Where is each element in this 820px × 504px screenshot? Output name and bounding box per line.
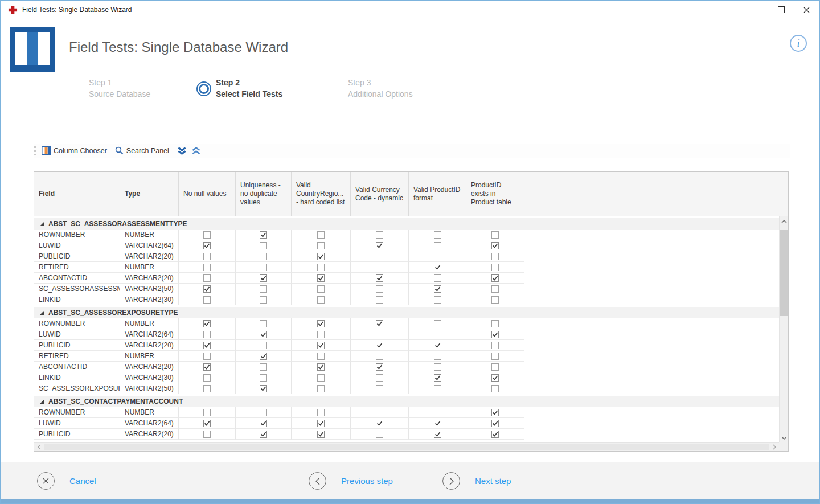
checkbox-unchecked[interactable]: [203, 296, 211, 304]
column-header[interactable]: Type: [120, 172, 179, 216]
previous-step-button[interactable]: Previous step: [309, 472, 393, 490]
horizontal-scroll-thumb[interactable]: [44, 444, 769, 450]
checkbox-checked[interactable]: [317, 342, 325, 349]
checkbox-checked[interactable]: [317, 431, 325, 438]
group-expand-icon[interactable]: [39, 399, 44, 404]
checkbox-unchecked[interactable]: [260, 242, 267, 249]
checkbox-unchecked[interactable]: [434, 231, 441, 239]
table-row[interactable]: PUBLICIDVARCHAR2(20): [34, 340, 779, 351]
checkbox-checked[interactable]: [260, 231, 267, 239]
checkbox-unchecked[interactable]: [376, 264, 383, 271]
checkbox-checked[interactable]: [317, 253, 325, 260]
checkbox-unchecked[interactable]: [260, 409, 267, 416]
checkbox-unchecked[interactable]: [491, 296, 499, 304]
column-header[interactable]: No null values: [179, 172, 236, 216]
checkbox-unchecked[interactable]: [376, 353, 383, 360]
checkbox-unchecked[interactable]: [434, 274, 441, 282]
column-chooser-button[interactable]: Column Chooser: [42, 146, 107, 155]
checkbox-unchecked[interactable]: [491, 353, 499, 360]
checkbox-checked[interactable]: [317, 274, 325, 282]
maximize-button[interactable]: [768, 1, 794, 19]
table-row[interactable]: ROWNUMBERNUMBER: [34, 318, 779, 329]
table-row[interactable]: ABCONTACTIDVARCHAR2(20): [34, 273, 779, 284]
info-icon[interactable]: i: [790, 35, 807, 52]
checkbox-unchecked[interactable]: [376, 385, 383, 392]
checkbox-checked[interactable]: [203, 342, 211, 349]
checkbox-unchecked[interactable]: [317, 296, 325, 304]
table-row[interactable]: PUBLICIDVARCHAR2(20): [34, 429, 779, 440]
checkbox-unchecked[interactable]: [203, 353, 211, 360]
checkbox-unchecked[interactable]: [260, 342, 267, 349]
checkbox-unchecked[interactable]: [260, 285, 267, 293]
collapse-all-button[interactable]: [191, 147, 201, 155]
scroll-left-arrow[interactable]: [34, 443, 44, 451]
checkbox-checked[interactable]: [260, 431, 267, 438]
checkbox-unchecked[interactable]: [491, 264, 499, 271]
table-row[interactable]: LUWIDVARCHAR2(64): [34, 418, 779, 429]
checkbox-checked[interactable]: [260, 385, 267, 392]
toolbar-grip[interactable]: [34, 146, 38, 155]
checkbox-unchecked[interactable]: [203, 231, 211, 239]
table-row[interactable]: LINKIDVARCHAR2(30): [34, 294, 779, 305]
checkbox-unchecked[interactable]: [434, 242, 441, 249]
checkbox-checked[interactable]: [434, 374, 441, 382]
checkbox-unchecked[interactable]: [491, 231, 499, 239]
checkbox-unchecked[interactable]: [317, 264, 325, 271]
checkbox-unchecked[interactable]: [317, 409, 325, 416]
checkbox-unchecked[interactable]: [491, 363, 499, 371]
search-panel-button[interactable]: Search Panel: [115, 146, 169, 155]
checkbox-unchecked[interactable]: [203, 274, 211, 282]
checkbox-unchecked[interactable]: [491, 253, 499, 260]
checkbox-unchecked[interactable]: [434, 385, 441, 392]
checkbox-unchecked[interactable]: [203, 253, 211, 260]
checkbox-checked[interactable]: [317, 420, 325, 427]
checkbox-unchecked[interactable]: [203, 374, 211, 382]
checkbox-unchecked[interactable]: [203, 385, 211, 392]
vertical-scroll-thumb[interactable]: [780, 230, 788, 316]
checkbox-unchecked[interactable]: [317, 353, 325, 360]
checkbox-unchecked[interactable]: [203, 264, 211, 271]
cancel-button[interactable]: Cancel: [37, 472, 96, 490]
checkbox-checked[interactable]: [434, 285, 441, 293]
checkbox-unchecked[interactable]: [491, 342, 499, 349]
checkbox-checked[interactable]: [376, 274, 383, 282]
table-row[interactable]: LUWIDVARCHAR2(64): [34, 240, 779, 251]
checkbox-checked[interactable]: [260, 353, 267, 360]
close-button[interactable]: [794, 1, 819, 19]
checkbox-checked[interactable]: [376, 242, 383, 249]
table-row[interactable]: LUWIDVARCHAR2(64): [34, 329, 779, 340]
table-row[interactable]: ROWNUMBERNUMBER: [34, 407, 779, 418]
checkbox-checked[interactable]: [434, 420, 441, 427]
checkbox-unchecked[interactable]: [376, 285, 383, 293]
checkbox-checked[interactable]: [376, 420, 383, 427]
checkbox-unchecked[interactable]: [491, 285, 499, 293]
checkbox-checked[interactable]: [491, 409, 499, 416]
checkbox-checked[interactable]: [491, 374, 499, 382]
checkbox-unchecked[interactable]: [260, 363, 267, 371]
table-row[interactable]: RETIREDNUMBER: [34, 351, 779, 362]
checkbox-checked[interactable]: [434, 431, 441, 438]
vertical-scrollbar[interactable]: [779, 216, 788, 442]
table-row[interactable]: RETIREDNUMBER: [34, 262, 779, 273]
checkbox-unchecked[interactable]: [376, 331, 383, 338]
checkbox-unchecked[interactable]: [317, 374, 325, 382]
checkbox-checked[interactable]: [376, 363, 383, 371]
scroll-down-arrow[interactable]: [780, 433, 788, 442]
column-header[interactable]: Field: [34, 172, 120, 216]
checkbox-unchecked[interactable]: [260, 374, 267, 382]
group-row[interactable]: ABST_SC_ASSESSORASSESSMENTTYPE: [34, 218, 779, 230]
expand-all-button[interactable]: [177, 147, 187, 155]
checkbox-unchecked[interactable]: [317, 331, 325, 338]
checkbox-checked[interactable]: [203, 320, 211, 327]
checkbox-unchecked[interactable]: [203, 409, 211, 416]
checkbox-unchecked[interactable]: [376, 374, 383, 382]
checkbox-unchecked[interactable]: [260, 320, 267, 327]
checkbox-checked[interactable]: [260, 331, 267, 338]
horizontal-scrollbar[interactable]: [34, 442, 779, 451]
checkbox-unchecked[interactable]: [376, 231, 383, 239]
checkbox-checked[interactable]: [491, 274, 499, 282]
checkbox-checked[interactable]: [203, 420, 211, 427]
scroll-right-arrow[interactable]: [769, 443, 779, 451]
next-step-button[interactable]: Next step: [442, 472, 511, 490]
checkbox-unchecked[interactable]: [434, 331, 441, 338]
